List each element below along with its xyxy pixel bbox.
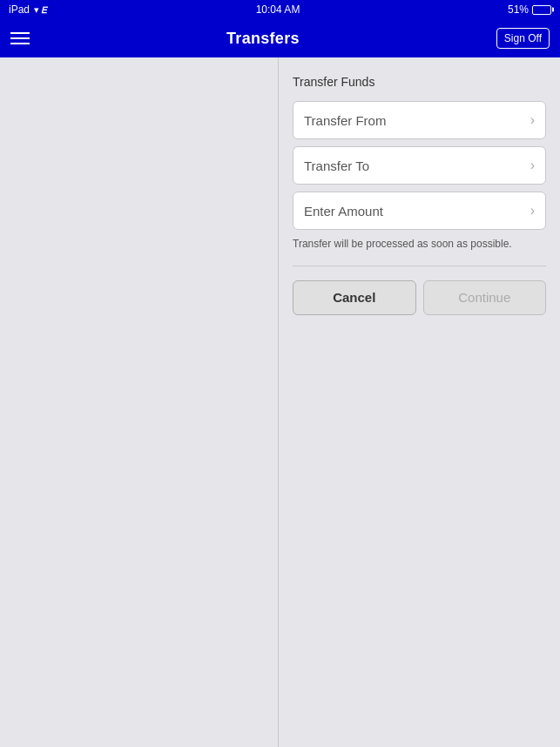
hamburger-line-1 [10, 32, 30, 34]
transfer-form: Transfer From › Transfer To › Enter Amou… [293, 101, 546, 230]
divider [293, 266, 546, 266]
section-title: Transfer Funds [293, 75, 546, 89]
enter-amount-row[interactable]: Enter Amount › [293, 192, 546, 230]
page-title: Transfers [226, 30, 300, 48]
transfer-to-chevron-icon: › [530, 158, 535, 173]
battery-percent: 51% [508, 3, 529, 16]
main-layout: Transfer Funds Transfer From › Transfer … [0, 57, 560, 747]
status-time: 10:04 AM [256, 3, 300, 16]
button-row: Cancel Continue [293, 280, 546, 315]
sign-off-button[interactable]: Sign Off [496, 28, 550, 49]
transfer-from-chevron-icon: › [530, 112, 535, 128]
transfer-to-row[interactable]: Transfer To › [293, 146, 546, 185]
device-label: iPad [9, 3, 30, 16]
hamburger-line-3 [10, 43, 30, 44]
transfer-from-label: Transfer From [304, 113, 386, 128]
cancel-button[interactable]: Cancel [293, 280, 416, 315]
left-panel [0, 57, 279, 747]
enter-amount-label: Enter Amount [304, 204, 383, 219]
wifi-icon: ▾ 𝞔 [34, 4, 48, 16]
transfer-to-label: Transfer To [304, 158, 369, 173]
right-panel: Transfer Funds Transfer From › Transfer … [279, 57, 560, 747]
status-right: 51% [508, 3, 551, 16]
status-left: iPad ▾ 𝞔 [9, 3, 48, 16]
continue-button[interactable]: Continue [423, 280, 547, 315]
battery-icon [532, 5, 551, 15]
transfer-from-row[interactable]: Transfer From › [293, 101, 546, 139]
info-text: Transfer will be processed as soon as po… [293, 237, 546, 252]
enter-amount-chevron-icon: › [530, 203, 535, 219]
nav-bar: Transfers Sign Off [0, 19, 560, 57]
hamburger-menu-icon[interactable] [10, 32, 30, 44]
status-bar: iPad ▾ 𝞔 10:04 AM 51% [0, 0, 560, 19]
hamburger-line-2 [10, 37, 30, 39]
